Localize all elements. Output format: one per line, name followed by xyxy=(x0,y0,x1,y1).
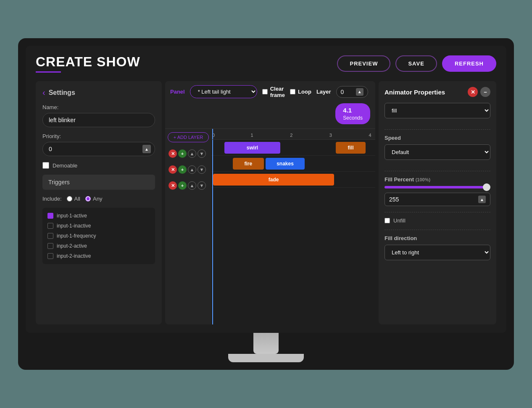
title-block: CREATE SHOW xyxy=(36,54,140,73)
fill-direction-select[interactable]: Left to right Right to left Center out E… xyxy=(385,245,490,260)
input-1-frequency-checkbox[interactable] xyxy=(47,233,53,239)
layer-1-add-btn[interactable]: + xyxy=(178,149,187,158)
animator-minus-btn[interactable]: − xyxy=(480,87,490,97)
input-1-inactive-label: input-1-inactive xyxy=(57,223,91,229)
fill-value-input-row: ▲ xyxy=(385,193,490,206)
unfill-label: Unfill xyxy=(393,217,406,224)
include-all-radio[interactable] xyxy=(67,196,72,201)
layer-2-add-btn[interactable]: + xyxy=(178,165,187,174)
priority-spin[interactable]: ▲ xyxy=(142,145,151,153)
include-label: Include: xyxy=(42,196,62,202)
layer-2-down-btn[interactable]: ▼ xyxy=(198,165,206,174)
priority-input[interactable] xyxy=(42,142,155,156)
effect-select[interactable]: fill swirl fire snakes fade xyxy=(385,103,490,118)
input-2-inactive-checkbox[interactable] xyxy=(47,253,53,259)
timeline-ruler: 0 1 2 3 4 xyxy=(211,129,375,140)
block-snakes[interactable]: snakes xyxy=(266,158,305,170)
add-layer-button[interactable]: + ADD LAYER xyxy=(168,132,209,142)
include-all-option[interactable]: All xyxy=(67,196,80,202)
input-1-frequency-label: input-1-frequency xyxy=(57,233,96,239)
input-list: input-1-active input-1-inactive input-1-… xyxy=(42,208,155,264)
fill-value-spin[interactable]: ▲ xyxy=(478,196,486,203)
timeline-area: Panel * Left tail light Clearframe Loop … xyxy=(165,81,375,324)
loop-checkbox[interactable] xyxy=(290,89,295,94)
layer-2-remove-btn[interactable]: ✕ xyxy=(169,165,177,174)
include-any-radio[interactable] xyxy=(85,196,91,201)
list-item: input-1-inactive xyxy=(47,223,150,229)
loop-row: Loop xyxy=(290,89,311,95)
demoable-label: Demoable xyxy=(53,162,77,169)
layer-1-down-btn[interactable]: ▼ xyxy=(198,149,206,158)
monitor-stand xyxy=(26,333,506,362)
include-any-option[interactable]: Any xyxy=(85,196,102,202)
timeline-tracks: 0 1 2 3 4 xyxy=(211,129,375,324)
save-button[interactable]: SAVE xyxy=(395,55,437,72)
fill-value-input[interactable] xyxy=(389,196,478,203)
ruler-2: 2 xyxy=(290,133,292,138)
playhead xyxy=(212,129,213,139)
input-1-active-checkbox[interactable] xyxy=(47,213,53,219)
settings-title: Settings xyxy=(49,89,75,97)
monitor-frame: CREATE SHOW PREVIEW SAVE REFRESH ‹ Setti… xyxy=(18,38,514,370)
layer-3-remove-btn[interactable]: ✕ xyxy=(169,181,177,190)
timeline-toolbar: Panel * Left tail light Clearframe Loop … xyxy=(165,81,375,129)
preview-button[interactable]: PREVIEW xyxy=(337,55,390,72)
layer-label: Layer xyxy=(316,89,331,95)
layer-3-down-btn[interactable]: ▼ xyxy=(198,181,206,190)
back-icon[interactable]: ‹ xyxy=(42,88,45,97)
layer-spin-btn[interactable]: ▲ xyxy=(356,88,363,96)
seconds-value: 4.1 xyxy=(343,107,352,114)
priority-wrapper: ▲ xyxy=(42,142,155,156)
clear-frame-checkbox[interactable] xyxy=(262,89,268,94)
fill-percent-slider-thumb[interactable] xyxy=(483,183,490,191)
list-item: input-2-active xyxy=(47,243,150,249)
panel-label: Panel xyxy=(170,89,185,95)
layer-2-controls: ✕ + ▲ ▼ xyxy=(168,162,209,178)
refresh-button[interactable]: REFRESH xyxy=(442,55,496,72)
input-2-active-checkbox[interactable] xyxy=(47,243,53,249)
block-fade[interactable]: fade xyxy=(213,174,334,186)
ruler-1: 1 xyxy=(251,133,253,138)
demoable-row: Demoable xyxy=(42,162,155,169)
input-2-inactive-label: input-2-inactive xyxy=(57,253,91,259)
block-swirl[interactable]: swirl xyxy=(224,142,280,154)
layer-2-up-btn[interactable]: ▲ xyxy=(188,165,196,174)
unfill-checkbox[interactable] xyxy=(385,218,390,223)
layer-1-controls: ✕ + ▲ ▼ xyxy=(168,146,209,162)
tracks-container: swirl fill fire xyxy=(211,140,375,324)
animator-icons: ✕ − xyxy=(468,87,490,97)
name-input[interactable] xyxy=(42,113,155,127)
title-underline xyxy=(36,71,61,73)
block-fill[interactable]: fill xyxy=(336,142,365,154)
playhead-line xyxy=(212,140,213,324)
fill-percent-slider-wrapper xyxy=(385,186,490,188)
separator-4 xyxy=(385,230,490,230)
block-fire[interactable]: fire xyxy=(233,158,264,170)
loop-label: Loop xyxy=(298,89,311,95)
fill-percent-sub: (100%) xyxy=(416,177,430,182)
stand-base xyxy=(228,354,304,362)
animator-header: Animator Properties ✕ − xyxy=(385,87,490,97)
layer-1-up-btn[interactable]: ▲ xyxy=(188,149,196,158)
animator-close-btn[interactable]: ✕ xyxy=(468,87,478,97)
demoable-checkbox[interactable] xyxy=(42,162,49,169)
track-row-3: fade xyxy=(211,172,375,188)
separator-2 xyxy=(385,171,490,171)
animator-panel: Animator Properties ✕ − fill swirl fire … xyxy=(379,81,496,324)
fill-percent-label: Fill Percent (100%) xyxy=(385,176,490,183)
input-1-inactive-checkbox[interactable] xyxy=(47,223,53,229)
fill-direction-label: Fill direction xyxy=(385,235,490,241)
fill-percent-slider-track xyxy=(385,186,490,188)
main-layout: ‹ Settings Name: Priority: ▲ Demoable Tr… xyxy=(36,81,496,324)
priority-label: Priority: xyxy=(42,133,155,139)
layer-3-add-btn[interactable]: + xyxy=(178,181,187,190)
app-container: CREATE SHOW PREVIEW SAVE REFRESH ‹ Setti… xyxy=(26,46,506,333)
list-item: input-2-inactive xyxy=(47,253,150,259)
clear-frame-label: Clearframe xyxy=(270,86,285,98)
layer-3-up-btn[interactable]: ▲ xyxy=(188,181,196,190)
layer-input[interactable] xyxy=(341,89,353,95)
triggers-bar: Triggers xyxy=(42,175,155,190)
speed-select[interactable]: Default Slow Fast xyxy=(385,144,490,160)
layer-1-remove-btn[interactable]: ✕ xyxy=(169,149,177,158)
panel-select[interactable]: * Left tail light xyxy=(190,85,257,98)
